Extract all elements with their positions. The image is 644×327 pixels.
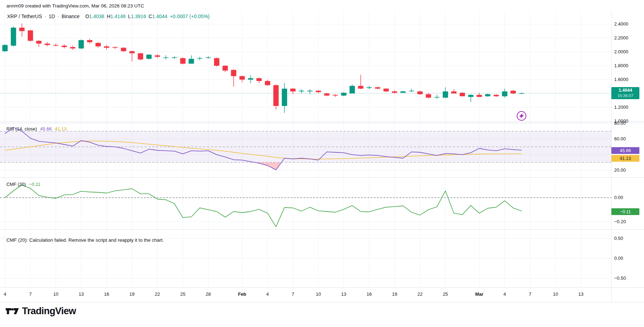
candle bbox=[78, 39, 84, 49]
time-scale-label: 13 bbox=[78, 291, 83, 297]
cmf-value-badge: −0.11 bbox=[611, 208, 639, 215]
time-scale-label: 19 bbox=[392, 291, 397, 297]
time-scale-label: 10 bbox=[53, 291, 58, 297]
rsi-value-badge: 45.66 bbox=[611, 147, 639, 154]
symbol-legend[interactable]: XRP / TetherUS · 1D · Binance O1.4038 H1… bbox=[7, 14, 210, 19]
symbol-name[interactable]: XRP / TetherUS bbox=[7, 14, 42, 19]
candle bbox=[146, 54, 152, 60]
cmf-error-message: CMF (20): Calculation failed. Remove the… bbox=[6, 237, 164, 243]
candle bbox=[197, 57, 202, 60]
cmf-title: CMF (20) bbox=[6, 182, 26, 187]
legend-separator: · bbox=[58, 14, 59, 19]
candle bbox=[129, 50, 135, 61]
tradingview-logo-text: TradingView bbox=[22, 306, 76, 317]
candle bbox=[95, 42, 101, 48]
time-scale-label: 22 bbox=[417, 291, 422, 297]
time-scale-label: 16 bbox=[104, 291, 109, 297]
rsi-ma-value: 41.13 bbox=[55, 126, 67, 132]
tradingview-logo[interactable]: TradingView bbox=[6, 306, 76, 317]
price-scale-label: 1.8000 bbox=[614, 63, 628, 68]
interval-label[interactable]: 1D bbox=[49, 14, 55, 19]
time-scale-label: 7 bbox=[529, 291, 531, 297]
price-scale-label: 0.00 bbox=[614, 256, 623, 261]
legend-separator: · bbox=[44, 14, 46, 19]
candle bbox=[11, 26, 16, 47]
candle bbox=[468, 94, 474, 102]
rsi-value: 45.66 bbox=[40, 126, 52, 132]
candle bbox=[214, 58, 219, 66]
candle bbox=[223, 65, 228, 72]
candle bbox=[155, 54, 160, 58]
rsi-title: RSI (14, close) bbox=[6, 126, 37, 132]
candle bbox=[180, 58, 186, 65]
candle bbox=[163, 55, 169, 60]
candle bbox=[350, 85, 355, 93]
price-scale-label: 0.00 bbox=[614, 195, 623, 200]
candle bbox=[409, 89, 414, 92]
candle bbox=[53, 44, 59, 47]
time-scale-label: 16 bbox=[367, 291, 372, 297]
price-scale-label: 2.2000 bbox=[614, 36, 628, 41]
price-scale-label: 20.00 bbox=[614, 168, 626, 173]
candle bbox=[400, 91, 406, 93]
price-scale-label: 2.0000 bbox=[614, 49, 628, 54]
candle bbox=[392, 90, 397, 93]
price-scale-label: −0.20 bbox=[614, 219, 626, 224]
ohlc-open: O1.4038 bbox=[85, 14, 104, 19]
time-scale-label: 10 bbox=[316, 291, 321, 297]
candlestick-series bbox=[2, 23, 524, 113]
candle bbox=[240, 75, 245, 82]
time-scale-label: 22 bbox=[155, 291, 160, 297]
candle bbox=[113, 47, 118, 49]
candle bbox=[417, 91, 423, 95]
candle bbox=[28, 30, 33, 42]
lightning-icon[interactable] bbox=[517, 112, 526, 120]
candle bbox=[443, 87, 448, 98]
chart-canvas[interactable] bbox=[0, 0, 644, 327]
time-scale-label: Mar bbox=[475, 291, 483, 297]
rsi-ma-value-badge: 41.13 bbox=[611, 155, 639, 162]
time-scale-label: 4 bbox=[266, 291, 269, 297]
price-scale-label: 1.2000 bbox=[614, 105, 628, 110]
time-scale-label: 7 bbox=[292, 291, 294, 297]
price-scale-label: 60.00 bbox=[614, 136, 626, 141]
candle bbox=[375, 87, 380, 90]
tradingview-chart-screenshot: { "header": { "attribution": "annm09 cre… bbox=[0, 0, 644, 327]
time-scale-label: 13 bbox=[341, 291, 346, 297]
candle bbox=[290, 88, 296, 94]
ohlc-low: L1.3916 bbox=[128, 14, 146, 19]
time-scale-label: 25 bbox=[443, 291, 448, 297]
time-scale-label: 10 bbox=[553, 291, 558, 297]
cmf-pane-legend[interactable]: CMF (20) −0.11 bbox=[6, 182, 40, 187]
price-scale-label: −0.50 bbox=[614, 276, 626, 281]
price-scale-label: 1.6000 bbox=[614, 77, 628, 82]
time-scale-label: 19 bbox=[130, 291, 135, 297]
candle bbox=[485, 93, 490, 97]
candle bbox=[273, 85, 279, 109]
price-scale-label: 2.4000 bbox=[614, 22, 628, 27]
candle bbox=[299, 89, 304, 93]
cmf-value: −0.11 bbox=[29, 182, 40, 187]
current-price: 1.4044 bbox=[618, 88, 632, 93]
price-scale-label: 0.50 bbox=[614, 236, 623, 241]
candle bbox=[383, 88, 389, 92]
candle bbox=[172, 56, 177, 59]
exchange-label[interactable]: Binance bbox=[62, 14, 80, 19]
candle bbox=[19, 23, 24, 37]
ohlc-close: C1.4044 bbox=[148, 14, 167, 19]
cmf-line bbox=[5, 185, 522, 227]
candle bbox=[2, 44, 8, 52]
candle bbox=[333, 94, 338, 97]
time-scale-label: 4 bbox=[4, 291, 6, 297]
candle bbox=[87, 39, 92, 44]
ohlc-high: H1.4148 bbox=[107, 14, 126, 19]
candle bbox=[316, 90, 321, 93]
candle bbox=[45, 42, 50, 47]
price-scale-label: 80.00 bbox=[614, 121, 626, 126]
candle bbox=[434, 95, 440, 99]
candle bbox=[493, 94, 499, 97]
rsi-pane-legend[interactable]: RSI (14, close) 45.66 41.13 bbox=[6, 126, 66, 132]
candle bbox=[358, 75, 364, 89]
attribution-text: annm09 created with TradingView.com, Mar… bbox=[6, 3, 144, 9]
candle bbox=[104, 45, 109, 50]
